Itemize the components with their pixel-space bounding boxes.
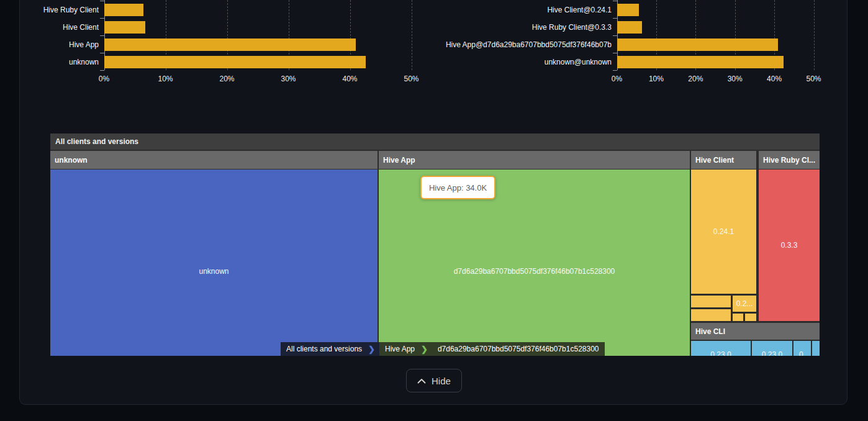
category-label: Hive Client xyxy=(0,23,99,32)
axis-tick xyxy=(613,53,617,53)
x-tick-label: 10% xyxy=(649,75,664,83)
treemap-cell[interactable]: 0.24.1 xyxy=(691,170,756,294)
breadcrumb-item-version-hash[interactable]: d7d6a29ba6707bbd5075df376f46b07b1c528300 xyxy=(432,342,605,356)
axis-tick xyxy=(100,35,104,36)
x-tick-label: 40% xyxy=(767,75,782,83)
bar-charts-row: 0%10%20%30%40%50%Hive Ruby ClientHive Cl… xyxy=(0,0,868,87)
treemap-cell[interactable]: 0.2... xyxy=(733,296,756,312)
x-tick-label: 20% xyxy=(688,75,703,83)
treemap: All clients and versions unknownunknownH… xyxy=(50,134,820,356)
x-tick-label: 40% xyxy=(342,75,357,83)
bar[interactable] xyxy=(104,38,356,51)
treemap-cell[interactable] xyxy=(691,296,731,307)
breadcrumb-label: Hive App xyxy=(385,345,415,353)
treemap-cell-label: 0.23.0 xyxy=(710,350,731,356)
treemap-cell[interactable]: 0.23.0 xyxy=(752,341,792,356)
x-tick-label: 50% xyxy=(806,75,821,83)
category-label: Hive App xyxy=(0,40,99,49)
chevron-right-icon: ❯ xyxy=(368,345,375,354)
bar[interactable] xyxy=(104,4,143,16)
treemap-cell[interactable] xyxy=(812,341,820,356)
treemap-cell[interactable] xyxy=(745,314,756,321)
breadcrumb-label: d7d6a29ba6707bbd5075df376f46b07b1c528300 xyxy=(438,345,599,353)
treemap-cell-label: 0. xyxy=(799,350,805,356)
tooltip: Hive App: 34.0K xyxy=(420,176,495,199)
category-label: Hive App@d7d6a29ba6707bbd5075df376f46b07… xyxy=(363,40,612,49)
axis-tick xyxy=(100,18,104,19)
treemap-cell[interactable]: 0. xyxy=(793,341,811,356)
treemap-group-header[interactable]: Hive Client xyxy=(691,151,756,169)
axis-tick xyxy=(100,1,104,1)
treemap-group-header[interactable]: Hive CLI xyxy=(691,323,820,340)
chevron-up-icon xyxy=(417,378,426,384)
bar[interactable] xyxy=(104,21,145,34)
hide-button[interactable]: Hide xyxy=(406,369,462,392)
x-tick-label: 20% xyxy=(219,75,234,83)
bar[interactable] xyxy=(617,4,639,16)
category-label: Hive Ruby Client@0.3.3 xyxy=(363,23,612,32)
axis-tick xyxy=(100,53,104,53)
treemap-cell[interactable]: 0.3.3 xyxy=(759,170,820,321)
breadcrumb-item-root[interactable]: All clients and versions ❯ xyxy=(281,342,379,356)
gridline xyxy=(814,0,815,70)
treemap-group-header[interactable]: Hive App xyxy=(379,151,690,169)
bar[interactable] xyxy=(617,21,642,34)
breadcrumb-label: All clients and versions xyxy=(286,345,362,353)
treemap-cell[interactable] xyxy=(691,309,731,321)
treemap-cell-label: unknown xyxy=(199,267,228,276)
bar[interactable] xyxy=(617,38,778,51)
x-tick-label: 0% xyxy=(99,75,109,83)
bar[interactable] xyxy=(617,56,784,68)
treemap-cell[interactable] xyxy=(733,314,743,321)
treemap-group-header[interactable]: Hive Ruby Cl... xyxy=(759,151,820,169)
x-tick-label: 30% xyxy=(728,75,743,83)
category-label: Hive Ruby Client xyxy=(0,6,99,14)
hide-button-label: Hide xyxy=(432,376,451,386)
chevron-right-icon: ❯ xyxy=(421,345,428,354)
treemap-cell-label: 0.3.3 xyxy=(781,241,798,250)
bar[interactable] xyxy=(104,56,366,68)
axis-tick xyxy=(613,35,617,36)
treemap-cell-label: 0.2... xyxy=(736,299,753,308)
axis-tick xyxy=(613,1,617,1)
x-tick-label: 0% xyxy=(612,75,622,83)
treemap-cell[interactable]: unknown xyxy=(50,170,377,356)
breadcrumb-item-hive-app[interactable]: Hive App ❯ xyxy=(379,342,432,356)
category-label: Hive Client@0.24.1 xyxy=(363,6,612,14)
treemap-group-header[interactable]: unknown xyxy=(50,151,377,169)
x-tick-label: 10% xyxy=(158,75,173,83)
x-tick-label: 50% xyxy=(404,75,418,83)
treemap-cell-label: 0.24.1 xyxy=(713,227,734,236)
tooltip-text: Hive App: 34.0K xyxy=(429,183,487,192)
breadcrumb: All clients and versions ❯ Hive App ❯ d7… xyxy=(281,342,605,356)
axis-tick xyxy=(100,70,104,71)
axis-tick xyxy=(613,70,617,71)
treemap-cell-label: 0.23.0 xyxy=(762,350,782,356)
category-label: unknown@unknown xyxy=(363,58,612,66)
treemap-cell-label: d7d6a29ba6707bbd5075df376f46b07b1c528300 xyxy=(454,267,615,276)
axis-tick xyxy=(613,18,617,19)
category-label: unknown xyxy=(0,58,99,66)
treemap-title: All clients and versions xyxy=(50,134,820,150)
x-tick-label: 30% xyxy=(281,75,296,83)
treemap-cell[interactable]: 0.23.0 xyxy=(691,341,751,356)
